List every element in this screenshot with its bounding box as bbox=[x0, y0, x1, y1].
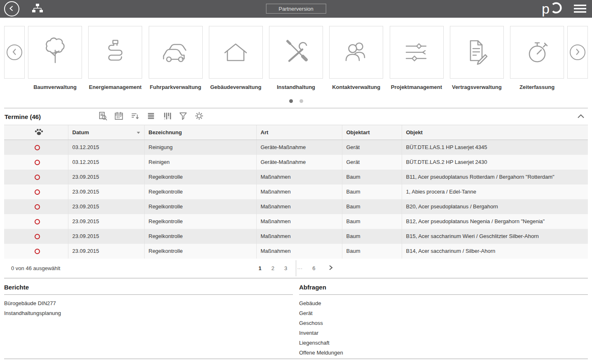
cell-bezeichnung: Regelkontrolle bbox=[144, 214, 256, 229]
module-tile-vertragsverwaltung[interactable]: Vertragsverwaltung bbox=[450, 26, 504, 90]
column-header-objekt[interactable]: Objekt bbox=[402, 125, 588, 140]
hierarchy-button[interactable] bbox=[31, 3, 44, 14]
cell-art: Maßnahmen bbox=[256, 244, 342, 259]
cell-bezeichnung: Regelkontrolle bbox=[144, 199, 256, 214]
table-header-row: Datum Bezeichnung Art Objektart Objekt bbox=[4, 125, 588, 140]
module-label: Gebäudeverwaltung bbox=[209, 84, 263, 90]
table-row[interactable]: 23.09.2015 Regelkontrolle Maßnahmen Baum… bbox=[4, 184, 588, 199]
column-header-art[interactable]: Art bbox=[256, 125, 342, 140]
table-footer: 0 von 46 ausgewählt 1 2 3 ··· 6 bbox=[4, 259, 588, 278]
cfl-bulb-icon bbox=[88, 26, 142, 79]
column-header-responsible[interactable] bbox=[4, 125, 68, 140]
menu-button[interactable] bbox=[573, 4, 587, 15]
row-select-radio[interactable] bbox=[35, 160, 40, 165]
cell-objekt: B11, Acer pseudoplatanus Rotterdam / Ber… bbox=[402, 170, 588, 184]
table-row[interactable]: 23.09.2015 Regelkontrolle Maßnahmen Baum… bbox=[4, 214, 588, 229]
cars-icon bbox=[149, 26, 203, 79]
cell-datum: 23.09.2015 bbox=[68, 170, 144, 184]
next-page-button[interactable] bbox=[328, 265, 333, 272]
column-header-objektart[interactable]: Objektart bbox=[342, 125, 402, 140]
cell-objekt: B20, Acer pseudoplatanus / Bergahorn bbox=[402, 199, 588, 214]
bottom-panels: Berichte Bürogebäude DIN277 Instandhaltu… bbox=[4, 278, 588, 359]
cell-objektart: Baum bbox=[342, 199, 402, 214]
berichte-panel: Berichte Bürogebäude DIN277 Instandhaltu… bbox=[4, 278, 293, 359]
module-tile-baumverwaltung[interactable]: Baumverwaltung bbox=[28, 26, 82, 90]
filter-button[interactable] bbox=[177, 110, 189, 123]
partnerversion-button[interactable]: Partnerversion bbox=[266, 4, 326, 14]
module-tile-instandhaltung[interactable]: Instandhaltung bbox=[269, 26, 323, 90]
settings-button[interactable] bbox=[193, 110, 205, 123]
org-chart-icon bbox=[31, 3, 44, 14]
chevron-left-icon bbox=[9, 5, 15, 13]
page-3[interactable]: 3 bbox=[284, 265, 287, 271]
page-6[interactable]: 6 bbox=[312, 265, 315, 271]
abfrage-item[interactable]: Liegenschaft bbox=[299, 338, 588, 348]
bericht-item[interactable]: Instandhaltungsplanung bbox=[4, 308, 293, 318]
column-header-bezeichnung[interactable]: Bezeichnung bbox=[144, 125, 256, 140]
module-tile-zeiterfassung[interactable]: Zeiterfassung bbox=[510, 26, 564, 90]
sort-desc-icon bbox=[137, 132, 140, 134]
module-label: Zeiterfassung bbox=[510, 84, 564, 90]
carousel-prev-button[interactable] bbox=[7, 44, 22, 60]
columns-view-button[interactable] bbox=[161, 110, 173, 123]
bericht-item[interactable]: Bürogebäude DIN277 bbox=[4, 299, 293, 308]
abfrage-item[interactable]: Inventar bbox=[299, 328, 588, 338]
abfrage-item[interactable]: Gebäude bbox=[299, 299, 588, 308]
cell-objekt: B12, Acer pseudoplatanus Negenia / Berga… bbox=[402, 214, 588, 229]
abfrage-item[interactable]: Geschoss bbox=[299, 318, 588, 328]
module-tile-projektmanagement[interactable]: Projektmanagement bbox=[390, 26, 444, 90]
column-header-datum[interactable]: Datum bbox=[68, 125, 144, 140]
table-row[interactable]: 23.09.2015 Regelkontrolle Maßnahmen Baum… bbox=[4, 199, 588, 214]
row-select-radio[interactable] bbox=[35, 145, 40, 150]
cell-bezeichnung: Regelkontrolle bbox=[144, 170, 256, 184]
module-label: Projektmanagement bbox=[390, 84, 444, 90]
gear-icon bbox=[194, 111, 204, 122]
abfrage-item[interactable]: Gerät bbox=[299, 308, 588, 318]
carousel-dot-1[interactable] bbox=[289, 99, 293, 103]
abfragen-panel: Abfragen Gebäude Gerät Geschoss Inventar… bbox=[299, 278, 588, 359]
module-tile-fuhrparkverwaltung[interactable]: Fuhrparkverwaltung bbox=[149, 26, 203, 90]
list-view-button[interactable] bbox=[145, 110, 157, 123]
page-1[interactable]: 1 bbox=[259, 265, 262, 271]
cell-datum: 23.09.2015 bbox=[68, 244, 144, 259]
row-select-radio[interactable] bbox=[35, 204, 40, 210]
module-tiles: Baumverwaltung Energiemanagement bbox=[25, 26, 567, 90]
table-row[interactable]: 23.09.2015 Regelkontrolle Maßnahmen Baum… bbox=[4, 170, 588, 184]
preview-button[interactable] bbox=[96, 110, 109, 123]
abfrage-item[interactable]: Offene Meldungen bbox=[299, 348, 588, 358]
row-select-radio[interactable] bbox=[35, 175, 40, 180]
carousel-dot-2[interactable] bbox=[300, 99, 303, 103]
cell-art: Maßnahmen bbox=[256, 214, 342, 229]
table-row[interactable]: 03.12.2015 Reinigen Geräte-Maßnahme Gerä… bbox=[4, 155, 588, 170]
paw-icon bbox=[35, 131, 43, 137]
module-tile-gebaeudeverwaltung[interactable]: Gebäudeverwaltung bbox=[209, 26, 263, 90]
logo-arc-icon bbox=[550, 2, 562, 16]
berichte-title: Berichte bbox=[4, 278, 293, 295]
row-select-radio[interactable] bbox=[35, 234, 40, 239]
cell-datum: 03.12.2015 bbox=[68, 155, 144, 170]
chevron-left-icon bbox=[12, 48, 17, 57]
row-select-radio[interactable] bbox=[35, 219, 40, 224]
sliders-icon bbox=[390, 26, 444, 79]
module-tile-energiemanagement[interactable]: Energiemanagement bbox=[88, 26, 142, 90]
page-2[interactable]: 2 bbox=[271, 265, 274, 271]
table-row[interactable]: 23.09.2015 Regelkontrolle Maßnahmen Baum… bbox=[4, 229, 588, 244]
sort-button[interactable] bbox=[129, 110, 141, 123]
carousel-next-button[interactable] bbox=[570, 44, 585, 60]
back-button[interactable] bbox=[4, 1, 19, 16]
cell-objektart: Gerät bbox=[342, 155, 402, 170]
row-select-radio[interactable] bbox=[35, 189, 40, 195]
filter-icon bbox=[178, 111, 188, 122]
carousel-prev-area bbox=[4, 26, 25, 79]
collapse-panel-button[interactable] bbox=[577, 114, 585, 120]
table-row[interactable]: 23.09.2015 Regelkontrolle Maßnahmen Baum… bbox=[4, 244, 588, 259]
column-label: Datum bbox=[73, 129, 89, 135]
row-select-radio[interactable] bbox=[35, 249, 40, 254]
calendar-button[interactable] bbox=[112, 110, 125, 123]
cell-art: Maßnahmen bbox=[256, 229, 342, 244]
termine-table: Datum Bezeichnung Art Objektart Objekt 0… bbox=[4, 125, 588, 259]
berichte-list: Bürogebäude DIN277 Instandhaltungsplanun… bbox=[4, 299, 293, 318]
cell-datum: 23.09.2015 bbox=[68, 214, 144, 229]
module-tile-kontaktverwaltung[interactable]: Kontaktverwaltung bbox=[329, 26, 383, 90]
table-row[interactable]: 03.12.2015 Reinigung Geräte-Maßnahme Ger… bbox=[4, 140, 588, 155]
